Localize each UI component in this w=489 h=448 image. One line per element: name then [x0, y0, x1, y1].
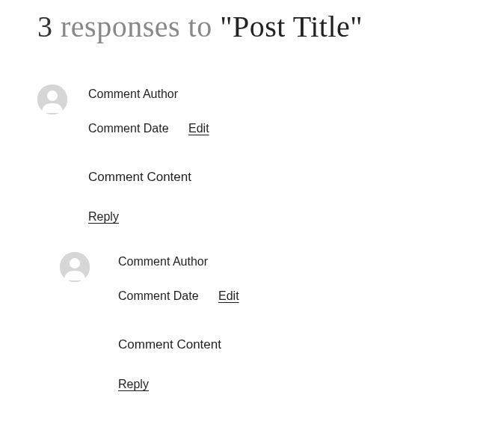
- comment-content: Comment Content: [88, 170, 452, 185]
- edit-link[interactable]: Edit: [218, 289, 239, 303]
- reply-link[interactable]: Reply: [88, 210, 119, 224]
- quote-open: ": [220, 10, 233, 43]
- person-icon: [37, 85, 67, 114]
- avatar: [60, 252, 90, 282]
- comment-author: Comment Author: [88, 88, 452, 101]
- svg-point-1: [47, 90, 58, 101]
- post-title: Post Title: [233, 10, 350, 43]
- comment-item: Comment Author Comment Date Edit Comment…: [37, 88, 452, 255]
- svg-point-3: [70, 258, 80, 269]
- comment-meta: Comment Date Edit: [118, 289, 452, 303]
- reply-link[interactable]: Reply: [118, 378, 149, 391]
- comment-meta: Comment Date Edit: [88, 122, 452, 135]
- comment-author: Comment Author: [118, 255, 452, 269]
- comment-date: Comment Date: [88, 122, 169, 135]
- comment-date: Comment Date: [118, 289, 199, 303]
- comments-count: 3: [37, 10, 53, 43]
- quote-close: ": [350, 10, 363, 43]
- comment-content: Comment Content: [118, 337, 452, 352]
- comment-list: Comment Author Comment Date Edit Comment…: [37, 88, 452, 423]
- person-icon: [60, 252, 90, 282]
- comments-heading: 3 responses to "Post Title": [37, 9, 452, 44]
- responses-label: responses to: [61, 10, 212, 43]
- comment-item: Comment Author Comment Date Edit Comment…: [60, 255, 452, 423]
- avatar: [37, 85, 67, 114]
- edit-link[interactable]: Edit: [188, 122, 209, 135]
